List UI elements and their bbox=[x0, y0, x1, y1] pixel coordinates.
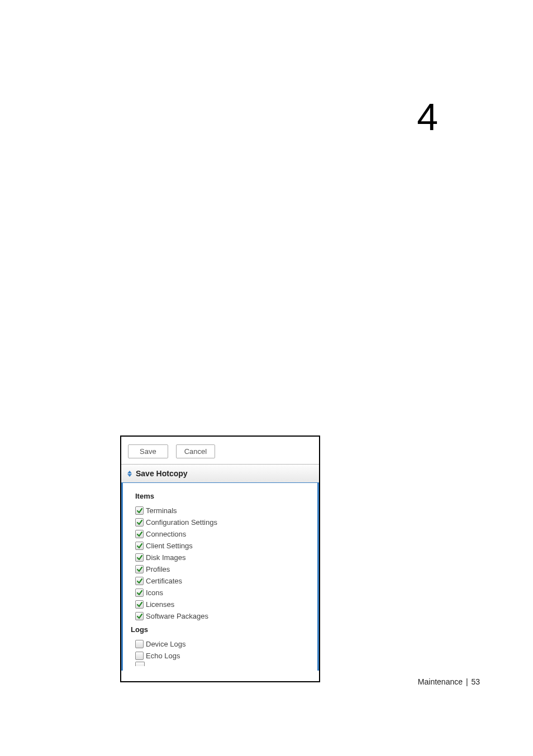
checkbox[interactable] bbox=[135, 530, 144, 538]
checkbox-label: Client Settings bbox=[146, 542, 193, 550]
list-item: Connections bbox=[135, 528, 308, 540]
checkbox-label: Device Logs bbox=[146, 640, 186, 648]
save-hotcopy-panel: Save Cancel Save Hotcopy Items Terminals… bbox=[120, 436, 320, 682]
checkbox-label: Licenses bbox=[146, 600, 174, 609]
checkbox-label: Echo Logs bbox=[146, 652, 180, 660]
sort-icon bbox=[127, 471, 132, 477]
list-item: Icons bbox=[135, 587, 308, 599]
list-item: Echo Logs bbox=[135, 650, 308, 662]
checkbox-label: Certificates bbox=[146, 577, 182, 585]
checkbox[interactable] bbox=[135, 542, 144, 550]
toolbar: Save Cancel bbox=[121, 437, 319, 464]
checkbox[interactable] bbox=[135, 565, 144, 573]
items-group-label: Items bbox=[135, 492, 308, 500]
checkbox[interactable] bbox=[135, 652, 144, 660]
footer-section: Maintenance bbox=[418, 677, 463, 686]
checkbox[interactable] bbox=[135, 640, 144, 648]
checkbox-label: Profiles bbox=[146, 565, 170, 573]
checkbox-label: Connections bbox=[146, 530, 186, 538]
checkbox-label: Terminals bbox=[146, 506, 177, 515]
checkbox-label: Disk Images bbox=[146, 553, 186, 562]
footer-page: 53 bbox=[471, 677, 480, 686]
section-title: Save Hotcopy bbox=[136, 469, 188, 478]
page-footer: Maintenance | 53 bbox=[418, 677, 480, 686]
list-item: Profiles bbox=[135, 563, 308, 575]
checkbox-label: Icons bbox=[146, 588, 163, 597]
checkbox-label: Software Packages bbox=[146, 612, 208, 620]
list-item: Licenses bbox=[135, 599, 308, 610]
checkbox[interactable] bbox=[135, 506, 144, 515]
checkbox[interactable] bbox=[135, 600, 144, 609]
checkbox-label: Configuration Settings bbox=[146, 518, 217, 527]
logs-group-label: Logs bbox=[131, 625, 308, 634]
footer-separator: | bbox=[466, 677, 468, 686]
list-item: Client Settings bbox=[135, 540, 308, 552]
list-item: Configuration Settings bbox=[135, 516, 308, 528]
checkbox[interactable] bbox=[135, 588, 144, 597]
list-item: Software Packages bbox=[135, 610, 308, 622]
cancel-button[interactable]: Cancel bbox=[176, 444, 215, 458]
checkbox[interactable] bbox=[135, 577, 144, 585]
save-button[interactable]: Save bbox=[128, 444, 168, 458]
chapter-number: 4 bbox=[417, 95, 438, 138]
checkbox[interactable] bbox=[135, 518, 144, 527]
checkbox[interactable] bbox=[135, 612, 144, 620]
checkbox-partial bbox=[135, 662, 145, 666]
list-item: Certificates bbox=[135, 575, 308, 587]
list-item: Terminals bbox=[135, 505, 308, 516]
checkbox[interactable] bbox=[135, 553, 144, 562]
section-header[interactable]: Save Hotcopy bbox=[121, 464, 319, 483]
list-item: Disk Images bbox=[135, 552, 308, 563]
panel-body: Items TerminalsConfiguration SettingsCon… bbox=[121, 483, 319, 671]
list-item: Device Logs bbox=[135, 638, 308, 650]
